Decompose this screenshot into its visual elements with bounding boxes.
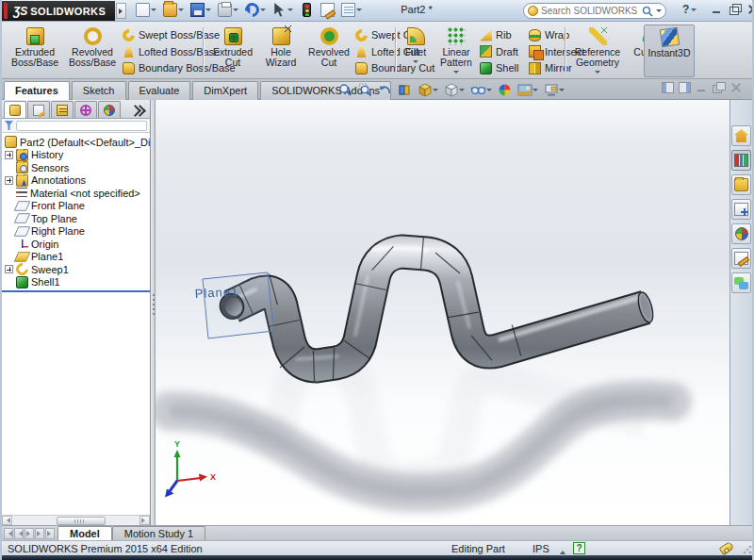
help-search-box[interactable] xyxy=(523,3,666,19)
search-dropdown-icon[interactable] xyxy=(656,9,662,15)
dimxpertmanager-tab[interactable] xyxy=(74,101,97,118)
file-properties-button[interactable] xyxy=(319,2,336,18)
search-icon[interactable] xyxy=(642,6,653,17)
units-selector[interactable]: IPS xyxy=(533,543,549,554)
tree-root-part[interactable]: Part2 (Default<<Default>_Disp xyxy=(2,136,150,149)
tree-item-front-plane[interactable]: Front Plane xyxy=(2,200,150,213)
rebuild-button[interactable] xyxy=(298,2,316,18)
status-help-button[interactable]: ? xyxy=(573,542,585,554)
panel-overflow-chevron-icon[interactable] xyxy=(131,103,146,118)
expand-icon[interactable] xyxy=(5,176,13,185)
search-input[interactable] xyxy=(541,6,639,16)
tab-features[interactable]: Features xyxy=(4,81,70,100)
scroll-right-arrow[interactable] xyxy=(139,516,150,525)
tree-item-annotations[interactable]: Annotations xyxy=(2,174,150,188)
displaymanager-tab[interactable] xyxy=(98,101,121,118)
hole-wizard-button[interactable]: Hole Wizard xyxy=(259,25,303,68)
tree-item-sweep1[interactable]: Sweep1 xyxy=(2,263,150,276)
close-button[interactable] xyxy=(746,4,754,14)
expand-icon[interactable] xyxy=(5,151,13,159)
shell-button[interactable]: Shell xyxy=(480,60,527,75)
next-tab-button[interactable] xyxy=(25,528,34,539)
units-dropdown-icon[interactable] xyxy=(560,548,566,554)
new-document-button[interactable] xyxy=(134,2,158,18)
custom-properties-button[interactable] xyxy=(731,248,751,269)
appearances-button[interactable] xyxy=(731,223,751,244)
hide-show-items-button[interactable] xyxy=(468,81,494,98)
file-explorer-button[interactable] xyxy=(731,174,751,195)
scroll-left-arrow[interactable] xyxy=(2,516,12,525)
fillet-button[interactable]: Fillet xyxy=(399,25,433,66)
tree-item-history[interactable]: History xyxy=(2,149,150,162)
filter-funnel-icon[interactable] xyxy=(5,121,13,130)
apply-scene-button[interactable] xyxy=(516,81,540,98)
document-minimize-button[interactable] xyxy=(696,82,708,93)
tree-item-plane1[interactable]: Plane1 xyxy=(2,251,150,264)
previous-view-button[interactable] xyxy=(376,81,394,98)
instant3d-toggle-button[interactable]: Instant3D xyxy=(644,25,695,77)
tree-item-origin[interactable]: Origin xyxy=(2,238,150,251)
edit-appearance-button[interactable] xyxy=(496,81,514,98)
display-style-button[interactable] xyxy=(442,81,467,98)
tab-sketch[interactable]: Sketch xyxy=(72,81,126,100)
prev-tab-button[interactable] xyxy=(14,528,24,539)
draft-button[interactable]: Draft xyxy=(480,44,527,59)
design-library-button[interactable] xyxy=(731,150,751,171)
solidworks-forum-button[interactable] xyxy=(731,272,751,293)
document-close-button[interactable] xyxy=(729,82,742,93)
reference-geometry-icon xyxy=(589,27,607,45)
extruded-cut-button[interactable]: Extruded Cut xyxy=(208,25,257,68)
save-button[interactable] xyxy=(188,2,213,18)
select-button[interactable] xyxy=(270,2,295,18)
document-restore-button[interactable] xyxy=(713,82,725,93)
help-menu-button[interactable]: ? xyxy=(682,3,697,16)
home-button[interactable] xyxy=(731,125,751,146)
revolved-cut-button[interactable]: Revolved Cut xyxy=(304,25,353,68)
restore-button[interactable] xyxy=(729,4,741,14)
linear-pattern-button[interactable]: Linear Pattern xyxy=(434,25,478,76)
model-tab[interactable]: Model xyxy=(57,526,112,540)
rib-button[interactable]: Rib xyxy=(480,27,527,42)
pane-right-icon[interactable] xyxy=(679,82,691,93)
instant3d-icon xyxy=(659,27,679,47)
tree-item-sensors[interactable]: Sensors xyxy=(2,161,150,174)
revolved-boss-button[interactable]: Revolved Boss/Base xyxy=(64,25,121,68)
motion-study-tab[interactable]: Motion Study 1 xyxy=(112,526,205,540)
section-view-button[interactable] xyxy=(396,81,414,98)
zoom-to-fit-button[interactable] xyxy=(336,81,354,98)
tab-evaluate[interactable]: Evaluate xyxy=(128,81,191,100)
print-button[interactable] xyxy=(216,2,240,18)
filter-input[interactable] xyxy=(16,121,147,131)
tree-item-shell1[interactable]: Shell1 xyxy=(2,276,150,289)
plane1-annotation[interactable]: Plane1 xyxy=(194,272,273,338)
menu-expand-button[interactable] xyxy=(116,3,126,19)
resize-grip[interactable] xyxy=(743,545,752,554)
pane-left-icon[interactable] xyxy=(662,82,674,93)
view-settings-button[interactable] xyxy=(542,81,566,98)
view-palette-button[interactable] xyxy=(731,199,751,220)
scrollbar-thumb[interactable] xyxy=(57,517,106,525)
tree-item-right-plane[interactable]: Right Plane xyxy=(2,225,150,239)
propertymanager-tab[interactable] xyxy=(27,101,50,118)
extruded-boss-button[interactable]: Extruded Boss/Base xyxy=(8,25,62,68)
zoom-to-area-button[interactable] xyxy=(356,81,374,98)
tab-dimxpert[interactable]: DimXpert xyxy=(192,81,258,100)
tag-icon[interactable] xyxy=(719,541,735,555)
first-tab-button[interactable] xyxy=(4,528,13,539)
expand-icon[interactable] xyxy=(5,265,13,273)
window-title: Part2 * xyxy=(360,4,473,15)
last-tab-button[interactable] xyxy=(35,528,44,539)
configurationmanager-tab[interactable] xyxy=(51,101,74,118)
tree-splitter-bar[interactable] xyxy=(2,290,150,292)
tree-item-top-plane[interactable]: Top Plane xyxy=(2,212,150,225)
minimize-button[interactable] xyxy=(711,4,723,14)
view-orientation-button[interactable] xyxy=(416,81,440,98)
open-button[interactable] xyxy=(161,2,186,18)
tree-item-material[interactable]: Material <not specified> xyxy=(2,187,150,200)
graphics-area[interactable]: Plane1 Y X xyxy=(156,100,733,525)
panel-horizontal-scrollbar[interactable] xyxy=(2,515,150,525)
undo-button[interactable] xyxy=(243,2,268,18)
reference-geometry-button[interactable]: Reference Geometry xyxy=(568,25,627,76)
featuremanager-tree-tab[interactable] xyxy=(4,101,26,118)
tab-list-button[interactable] xyxy=(45,528,55,539)
